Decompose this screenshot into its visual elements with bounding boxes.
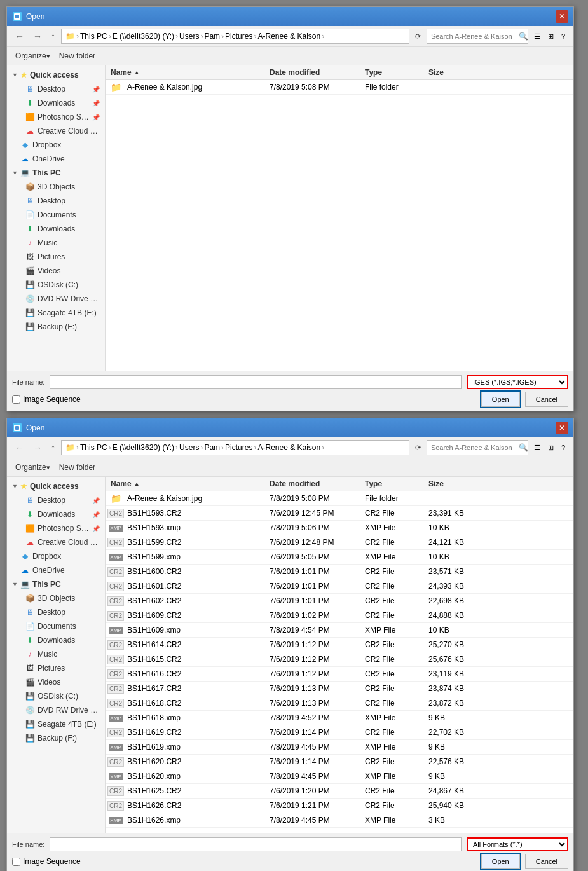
sidebar-quick-access-2[interactable]: ▼ ★ Quick access <box>7 479 105 493</box>
open-button-2[interactable]: Open <box>481 854 520 869</box>
table-row[interactable]: CR2 BS1H1600.CR2 7/6/2019 1:01 PM CR2 Fi… <box>106 565 573 579</box>
sidebar-osdisk-2[interactable]: 💾 OSDisk (C:) <box>7 689 105 703</box>
breadcrumb-drive-1[interactable]: E (\\delIt3620) (Y:) <box>113 32 174 41</box>
help-btn-2[interactable]: ? <box>558 442 568 453</box>
file-name-input-2[interactable] <box>50 837 462 851</box>
organize-btn-2[interactable]: Organize ▾ <box>12 461 53 474</box>
sidebar-photoshop-1[interactable]: 🟧 Photoshop Scrij... 📌 <box>7 110 105 124</box>
sidebar-docs-1[interactable]: 📄 Documents <box>7 208 105 222</box>
sidebar-quick-access-1[interactable]: ▼ ★ Quick access <box>7 68 105 82</box>
sidebar-dropbox-1[interactable]: ◆ Dropbox <box>7 138 105 152</box>
col-size-header-1[interactable]: Size <box>428 68 492 77</box>
table-row[interactable]: CR2 BS1H1601.CR2 7/6/2019 1:01 PM CR2 Fi… <box>106 579 573 594</box>
breadcrumb-thispc-1[interactable]: This PC <box>80 32 107 41</box>
sidebar-docs-2[interactable]: 📄 Documents <box>7 619 105 633</box>
sidebar-osdisk-1[interactable]: 💾 OSDisk (C:) <box>7 278 105 292</box>
table-row[interactable]: CR2 BS1H1616.CR2 7/6/2019 1:12 PM CR2 Fi… <box>106 667 573 682</box>
sidebar-music-2[interactable]: ♪ Music <box>7 647 105 661</box>
col-type-header-1[interactable]: Type <box>365 68 428 77</box>
close-button-1[interactable]: ✕ <box>556 10 568 23</box>
sidebar-videos-2[interactable]: 🎬 Videos <box>7 675 105 689</box>
search-input-2[interactable] <box>431 444 519 451</box>
col-date-header-1[interactable]: Date modified <box>270 68 365 77</box>
table-row[interactable]: XMP BS1H1599.xmp 7/6/2019 5:05 PM XMP Fi… <box>106 550 573 565</box>
sidebar-dl2-2[interactable]: ⬇ Downloads <box>7 633 105 647</box>
table-row[interactable]: 📁 A-Renee & Kaison.jpg 7/8/2019 5:08 PM … <box>106 491 573 506</box>
table-row[interactable]: CR2 BS1H1602.CR2 7/6/2019 1:01 PM CR2 Fi… <box>106 594 573 608</box>
table-row[interactable]: XMP BS1H1618.xmp 7/8/2019 4:52 PM XMP Fi… <box>106 711 573 725</box>
organize-btn-1[interactable]: Organize ▾ <box>12 50 53 62</box>
sidebar-dvd-1[interactable]: 💿 DVD RW Drive (D:) <box>7 292 105 306</box>
breadcrumb-2[interactable]: 📁 › This PC › E (\\delIt3620) (Y:) › Use… <box>61 440 409 455</box>
table-row[interactable]: XMP BS1H1620.xmp 7/8/2019 4:45 PM XMP Fi… <box>106 769 573 784</box>
refresh-button-1[interactable]: ⟳ <box>412 31 424 43</box>
sidebar-seagate-1[interactable]: 💾 Seagate 4TB (E:) <box>7 306 105 320</box>
table-row[interactable]: CR2 BS1H1625.CR2 7/6/2019 1:20 PM CR2 Fi… <box>106 784 573 799</box>
sidebar-3d-2[interactable]: 📦 3D Objects <box>7 591 105 605</box>
col-name-header-2[interactable]: Name ▲ <box>111 479 270 488</box>
col-date-header-2[interactable]: Date modified <box>270 479 365 488</box>
sidebar-desktop2-2[interactable]: 🖥 Desktop <box>7 605 105 619</box>
sidebar-backup-2[interactable]: 💾 Backup (F:) <box>7 731 105 745</box>
view-details-btn-1[interactable]: ☰ <box>531 31 544 43</box>
sidebar-cc-1[interactable]: ☁ Creative Cloud Files <box>7 124 105 138</box>
col-size-header-2[interactable]: Size <box>428 479 492 488</box>
table-row[interactable]: CR2 BS1H1626.CR2 7/6/2019 1:21 PM CR2 Fi… <box>106 799 573 813</box>
file-type-select-2[interactable]: All Formats (*.*) <box>467 837 568 851</box>
sidebar-videos-1[interactable]: 🎬 Videos <box>7 264 105 278</box>
table-row[interactable]: CR2 BS1H1617.CR2 7/6/2019 1:13 PM CR2 Fi… <box>106 682 573 696</box>
new-folder-btn-2[interactable]: New folder <box>56 461 99 474</box>
back-button-2[interactable]: ← <box>12 441 27 455</box>
view-large-btn-2[interactable]: ⊞ <box>545 442 557 454</box>
sidebar-seagate-2[interactable]: 💾 Seagate 4TB (E:) <box>7 717 105 731</box>
close-button-2[interactable]: ✕ <box>556 422 568 434</box>
table-row[interactable]: CR2 BS1H1620.CR2 7/6/2019 1:14 PM CR2 Fi… <box>106 755 573 769</box>
file-name-input-1[interactable] <box>50 375 462 389</box>
sidebar-desktop2-1[interactable]: 🖥 Desktop <box>7 194 105 208</box>
search-input-1[interactable] <box>431 32 519 40</box>
open-button-1[interactable]: Open <box>481 392 520 407</box>
sidebar-dl2-1[interactable]: ⬇ Downloads <box>7 222 105 236</box>
table-row[interactable]: CR2 BS1H1593.CR2 7/6/2019 12:45 PM CR2 F… <box>106 506 573 521</box>
table-row[interactable]: 📁 A-Renee & Kaison.jpg 7/8/2019 5:08 PM … <box>106 80 573 95</box>
col-name-header-1[interactable]: Name ▲ <box>111 68 270 77</box>
table-row[interactable]: XMP BS1H1619.xmp 7/8/2019 4:45 PM XMP Fi… <box>106 740 573 755</box>
sidebar-3d-1[interactable]: 📦 3D Objects <box>7 180 105 194</box>
sidebar-dropbox-2[interactable]: ◆ Dropbox <box>7 549 105 563</box>
cancel-button-1[interactable]: Cancel <box>525 392 568 407</box>
up-button-2[interactable]: ↑ <box>48 441 58 455</box>
table-row[interactable]: CR2 BS1H1615.CR2 7/6/2019 1:12 PM CR2 Fi… <box>106 652 573 667</box>
table-row[interactable]: CR2 BS1H1614.CR2 7/6/2019 1:12 PM CR2 Fi… <box>106 638 573 652</box>
sidebar-pictures-1[interactable]: 🖼 Pictures <box>7 250 105 264</box>
table-row[interactable]: XMP BS1H1609.xmp 7/8/2019 4:54 PM XMP Fi… <box>106 623 573 638</box>
file-type-select-1[interactable]: IGES (*.IGS;*.IGES) <box>467 375 568 389</box>
sidebar-cc-2[interactable]: ☁ Creative Cloud Files <box>7 535 105 549</box>
cancel-button-2[interactable]: Cancel <box>525 854 568 869</box>
sidebar-onedrive-2[interactable]: ☁ OneDrive <box>7 563 105 577</box>
forward-button-1[interactable]: → <box>30 29 45 43</box>
up-button-1[interactable]: ↑ <box>48 29 58 43</box>
breadcrumb-1[interactable]: 📁 › This PC › E (\\delIt3620) (Y:) › Use… <box>61 29 409 44</box>
view-large-btn-1[interactable]: ⊞ <box>545 31 557 43</box>
table-row[interactable]: CR2 BS1H1599.CR2 7/6/2019 12:48 PM CR2 F… <box>106 535 573 550</box>
sidebar-downloads-2[interactable]: ⬇ Downloads 📌 <box>7 507 105 521</box>
col-type-header-2[interactable]: Type <box>365 479 428 488</box>
image-seq-checkbox-2[interactable] <box>12 858 20 866</box>
sidebar-onedrive-1[interactable]: ☁ OneDrive <box>7 152 105 166</box>
view-details-btn-2[interactable]: ☰ <box>531 442 544 454</box>
sidebar-thispc-1[interactable]: ▼ 💻 This PC <box>7 166 105 180</box>
sidebar-downloads-1[interactable]: ⬇ Downloads 📌 <box>7 96 105 110</box>
back-button-1[interactable]: ← <box>12 29 27 43</box>
table-row[interactable]: XMP BS1H1626.xmp 7/8/2019 4:45 PM XMP Fi… <box>106 813 573 828</box>
sidebar-pictures-2[interactable]: 🖼 Pictures <box>7 661 105 675</box>
sidebar-desktop-1[interactable]: 🖥 Desktop 📌 <box>7 82 105 96</box>
table-row[interactable]: CR2 BS1H1609.CR2 7/6/2019 1:02 PM CR2 Fi… <box>106 608 573 623</box>
refresh-button-2[interactable]: ⟳ <box>412 442 424 454</box>
sidebar-dvd-2[interactable]: 💿 DVD RW Drive (D:) <box>7 703 105 717</box>
table-row[interactable]: CR2 BS1H1618.CR2 7/6/2019 1:13 PM CR2 Fi… <box>106 696 573 711</box>
sidebar-music-1[interactable]: ♪ Music <box>7 236 105 250</box>
sidebar-desktop-2[interactable]: 🖥 Desktop 📌 <box>7 493 105 507</box>
table-row[interactable]: CR2 BS1H1619.CR2 7/6/2019 1:14 PM CR2 Fi… <box>106 725 573 740</box>
sidebar-backup-1[interactable]: 💾 Backup (F:) <box>7 320 105 334</box>
table-row[interactable]: XMP BS1H1593.xmp 7/8/2019 5:06 PM XMP Fi… <box>106 521 573 535</box>
